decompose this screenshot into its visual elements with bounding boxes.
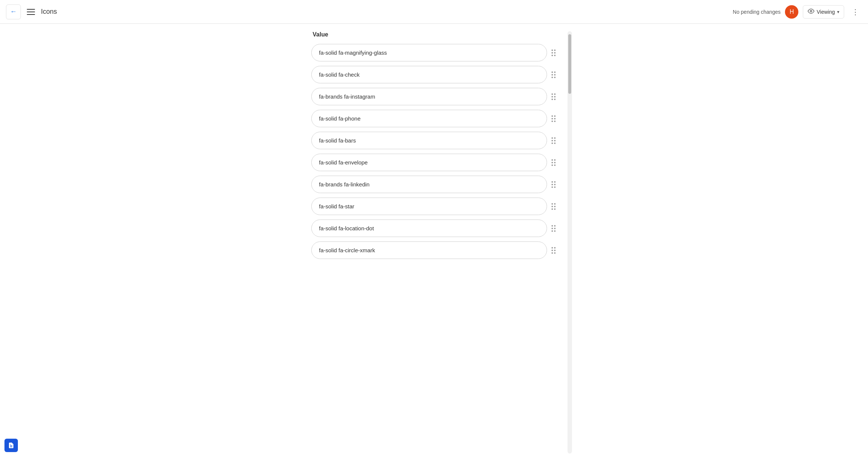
item-input-7[interactable] — [311, 176, 547, 193]
document-icon — [8, 442, 15, 449]
item-input-4[interactable] — [311, 110, 547, 127]
drag-handle-2[interactable] — [550, 70, 557, 80]
content-area: Value — [311, 31, 557, 454]
list-item — [311, 110, 557, 127]
app-header: ← Icons No pending changes H Viewing ▾ ⋮ — [0, 0, 868, 24]
drag-handle-6[interactable] — [550, 158, 557, 167]
drag-handle-10[interactable] — [550, 246, 557, 255]
header-right: No pending changes H Viewing ▾ ⋮ — [733, 5, 862, 19]
item-input-5[interactable] — [311, 132, 547, 149]
drag-handle-1[interactable] — [550, 48, 557, 58]
list-item — [311, 220, 557, 237]
scrollbar-track[interactable] — [567, 31, 572, 454]
main-content: Value — [0, 24, 868, 461]
page-title: Icons — [41, 8, 57, 16]
list-item — [311, 176, 557, 193]
more-dots-icon: ⋮ — [852, 7, 859, 16]
drag-handle-3[interactable] — [550, 92, 557, 102]
list-item — [311, 44, 557, 61]
list-item — [311, 88, 557, 105]
viewing-label: Viewing — [817, 9, 835, 15]
drag-handle-9[interactable] — [550, 224, 557, 233]
viewing-button[interactable]: Viewing ▾ — [803, 5, 844, 19]
back-button[interactable]: ← — [6, 4, 21, 19]
list-item — [311, 241, 557, 259]
hamburger-menu-icon[interactable] — [25, 7, 36, 16]
drag-handle-5[interactable] — [550, 136, 557, 145]
bottom-left-document-button[interactable] — [4, 439, 18, 452]
list-item — [311, 198, 557, 215]
drag-handle-7[interactable] — [550, 180, 557, 189]
eye-icon — [808, 8, 814, 16]
avatar: H — [785, 5, 798, 19]
item-input-8[interactable] — [311, 198, 547, 215]
drag-handle-4[interactable] — [550, 114, 557, 124]
chevron-down-icon: ▾ — [837, 9, 839, 15]
no-pending-label: No pending changes — [733, 9, 780, 15]
svg-point-0 — [810, 10, 812, 12]
back-arrow-icon: ← — [10, 8, 17, 16]
list-item — [311, 154, 557, 171]
item-input-2[interactable] — [311, 66, 547, 83]
drag-handle-8[interactable] — [550, 202, 557, 211]
items-list — [311, 44, 557, 259]
header-left: ← Icons — [6, 4, 57, 19]
item-input-1[interactable] — [311, 44, 547, 61]
item-input-3[interactable] — [311, 88, 547, 105]
column-header: Value — [311, 31, 557, 38]
list-item — [311, 66, 557, 83]
more-options-button[interactable]: ⋮ — [849, 5, 862, 19]
item-input-9[interactable] — [311, 220, 547, 237]
list-item — [311, 132, 557, 149]
scrollbar-thumb[interactable] — [568, 34, 571, 94]
item-input-6[interactable] — [311, 154, 547, 171]
item-input-10[interactable] — [311, 241, 547, 259]
